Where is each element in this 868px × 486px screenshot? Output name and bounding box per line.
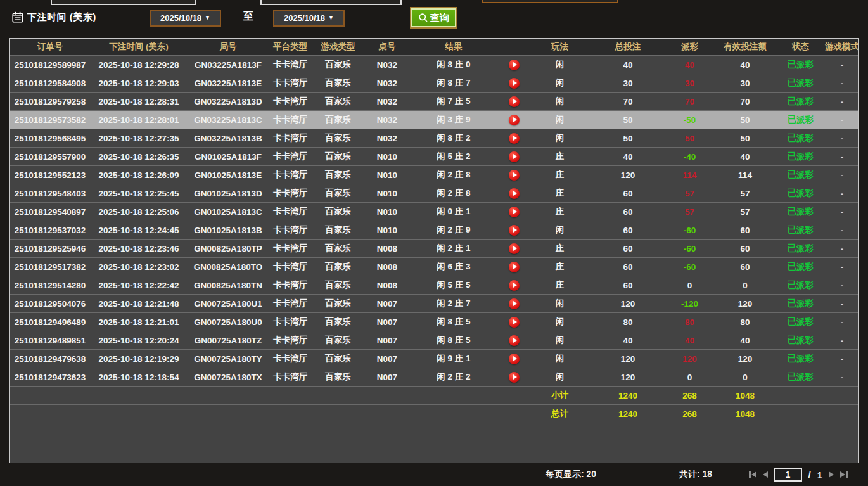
replay-play-icon[interactable]	[509, 60, 520, 70]
payout-cell: 0	[666, 368, 713, 387]
to-label: 至	[243, 10, 253, 23]
status-cell: 已派彩	[777, 74, 824, 93]
replay-cell	[498, 313, 530, 331]
table-no-cell: N007	[365, 331, 409, 350]
replay-play-icon[interactable]	[509, 78, 520, 89]
play-triangle	[513, 264, 517, 269]
table-row[interactable]: 251018129548403 2025-10-18 12:25:45 GN01…	[10, 184, 859, 203]
replay-play-icon[interactable]	[509, 262, 520, 272]
col-game-mode: 游戏模式	[824, 39, 859, 56]
replay-play-icon[interactable]	[509, 207, 520, 217]
table-row[interactable]: 251018129540897 2025-10-18 12:25:06 GN01…	[10, 203, 859, 221]
replay-play-icon[interactable]	[509, 225, 520, 236]
round-cell: GN03225A1813B	[187, 129, 269, 148]
query-button[interactable]: 查询	[411, 8, 456, 27]
col-payout: 派彩	[666, 39, 713, 56]
total-bet-cell: 120	[590, 166, 666, 184]
first-page-button[interactable]	[749, 471, 756, 478]
replay-play-icon[interactable]	[509, 96, 520, 107]
play-type-cell: 闲	[530, 368, 590, 387]
table-row[interactable]: 251018129479638 2025-10-18 12:19:29 GN00…	[10, 350, 859, 368]
play-triangle	[513, 136, 517, 141]
result-cell: 闲 2 庄 7	[409, 295, 498, 313]
page-total: 1	[817, 470, 822, 480]
valid-bet-cell: 50	[713, 129, 777, 148]
table-row[interactable]: 251018129537032 2025-10-18 12:24:45 GN01…	[10, 221, 859, 240]
time-cell: 2025-10-18 12:21:01	[91, 313, 187, 331]
prev-page-button[interactable]	[763, 471, 768, 478]
replay-play-icon[interactable]	[509, 170, 520, 181]
table-row[interactable]: 251018129517382 2025-10-18 12:23:02 GN00…	[10, 258, 859, 276]
total-bet-cell: 80	[590, 313, 666, 331]
game-type-cell: 百家乐	[311, 74, 365, 93]
order-cell: 251018129496489	[10, 313, 91, 331]
table-row[interactable]: 251018129568495 2025-10-18 12:27:35 GN03…	[10, 129, 859, 148]
total-bet-cell: 40	[590, 56, 666, 74]
total-bet-cell: 120	[590, 368, 666, 387]
valid-bet-cell: 57	[713, 184, 777, 203]
status-cell: 已派彩	[777, 184, 824, 203]
status-cell: 已派彩	[777, 331, 824, 350]
table-row[interactable]: 251018129514280 2025-10-18 12:22:42 GN00…	[10, 276, 859, 295]
replay-play-icon[interactable]	[509, 372, 520, 383]
calendar-icon	[12, 11, 23, 23]
replay-play-icon[interactable]	[509, 188, 520, 199]
replay-play-icon[interactable]	[509, 298, 520, 309]
replay-play-icon[interactable]	[509, 335, 520, 346]
play-type-cell: 庄	[530, 148, 590, 166]
col-time: 下注时间 (美东)	[91, 39, 187, 56]
result-cell: 闲 6 庄 3	[409, 258, 498, 276]
play-type-cell: 闲	[530, 331, 590, 350]
replay-play-icon[interactable]	[509, 317, 520, 328]
replay-cell	[498, 221, 530, 240]
replay-play-icon[interactable]	[509, 280, 520, 291]
table-row[interactable]: 251018129473623 2025-10-18 12:18:54 GN00…	[10, 368, 859, 387]
play-type-cell: 庄	[530, 240, 590, 258]
status-cell: 已派彩	[777, 313, 824, 331]
replay-cell	[498, 166, 530, 184]
time-cell: 2025-10-18 12:20:24	[91, 331, 187, 350]
table-row[interactable]: 251018129573582 2025-10-18 12:28:01 GN03…	[10, 111, 859, 129]
valid-bet-cell: 60	[713, 221, 777, 240]
order-cell: 251018129473623	[10, 368, 91, 387]
valid-bet-cell: 0	[713, 368, 777, 387]
replay-play-icon[interactable]	[509, 151, 520, 162]
date-to-select[interactable]: 2025/10/18 ▼	[273, 10, 345, 27]
table-row[interactable]: 251018129579258 2025-10-18 12:28:31 GN03…	[10, 93, 859, 111]
table-row[interactable]: 251018129504076 2025-10-18 12:21:48 GN00…	[10, 295, 859, 313]
table-no-cell: N032	[365, 129, 409, 148]
total-valid: 1048	[713, 405, 777, 423]
table-row[interactable]: 251018129589987 2025-10-18 12:29:28 GN03…	[10, 56, 859, 74]
col-result: 结果	[409, 39, 498, 56]
platform-cell: 卡卡湾厅	[269, 203, 311, 221]
status-cell: 已派彩	[777, 111, 824, 129]
subtotal-valid: 1048	[713, 387, 777, 405]
valid-bet-cell: 30	[713, 74, 777, 93]
replay-play-icon[interactable]	[509, 133, 520, 144]
date-from-select[interactable]: 2025/10/18 ▼	[150, 10, 221, 27]
table-row[interactable]: 251018129584908 2025-10-18 12:29:03 GN03…	[10, 74, 859, 93]
game-type-cell: 百家乐	[311, 368, 365, 387]
table-row[interactable]: 251018129552123 2025-10-18 12:26:09 GN01…	[10, 166, 859, 184]
status-cell: 已派彩	[777, 350, 824, 368]
platform-cell: 卡卡湾厅	[269, 331, 311, 350]
next-page-button[interactable]	[829, 471, 834, 478]
replay-play-icon[interactable]	[509, 115, 520, 125]
table-row[interactable]: 251018129489851 2025-10-18 12:20:24 GN00…	[10, 331, 859, 350]
status-cell: 已派彩	[777, 129, 824, 148]
table-no-cell: N008	[365, 258, 409, 276]
replay-cell	[498, 148, 530, 166]
payout-cell: 40	[666, 56, 713, 74]
payout-cell: -40	[666, 148, 713, 166]
game-type-cell: 百家乐	[311, 276, 365, 295]
replay-cell	[498, 368, 530, 387]
last-page-button[interactable]	[840, 471, 848, 478]
table-row[interactable]: 251018129557900 2025-10-18 12:26:35 GN01…	[10, 148, 859, 166]
round-cell: GN03225A1813E	[187, 74, 269, 93]
page-number-input[interactable]: 1	[774, 468, 802, 482]
replay-play-icon[interactable]	[509, 243, 520, 254]
table-no-cell: N007	[365, 295, 409, 313]
replay-play-icon[interactable]	[509, 354, 520, 364]
table-row[interactable]: 251018129496489 2025-10-18 12:21:01 GN00…	[10, 313, 859, 331]
table-row[interactable]: 251018129525946 2025-10-18 12:23:46 GN00…	[10, 240, 859, 258]
